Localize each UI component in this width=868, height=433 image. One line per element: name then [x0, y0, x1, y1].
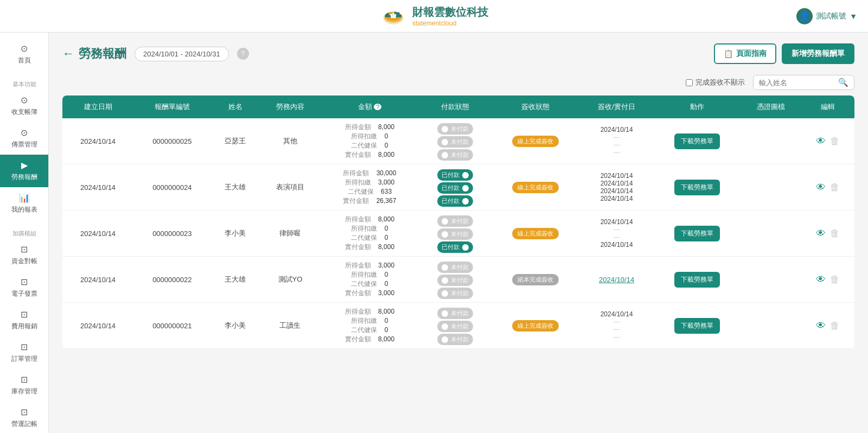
sign-badge: 線上完成簽收	[512, 136, 559, 147]
sidebar-label-home: 首頁	[18, 56, 31, 65]
sidebar-label-report: 我的報表	[11, 205, 37, 214]
logo-text: 財報雲數位科技 statementcloud	[412, 5, 488, 27]
page-title-text: 勞務報酬	[79, 46, 126, 62]
view-icon[interactable]: 👁	[816, 320, 826, 332]
sidebar-item-home[interactable]: ⊙ 首頁	[0, 38, 48, 71]
back-arrow-icon[interactable]: ←	[62, 47, 74, 61]
cell-sign-status: 線上完成簽收	[491, 118, 579, 164]
view-icon[interactable]: 👁	[816, 228, 826, 239]
toggle-unpaid[interactable]: 未付款	[437, 149, 473, 161]
cell-voucher	[741, 257, 801, 303]
view-icon[interactable]: 👁	[816, 274, 826, 285]
cell-voucher	[741, 303, 801, 349]
table-row: 2024/10/14 0000000024 王大雄 表演項目 所得金額 30,0…	[62, 164, 854, 211]
date-link[interactable]: 2024/10/14	[599, 276, 634, 284]
col-payment-status: 付款狀態	[419, 95, 491, 118]
cell-sign-status: 線上完成簽收	[491, 211, 579, 257]
download-button[interactable]: 下載勞務單	[674, 180, 720, 195]
cell-amount: 所得金額 30,000 所得扣繳 3,000 二代健保 633 實付金額 26,…	[320, 164, 419, 211]
toggle-unpaid[interactable]: 未付款	[437, 228, 473, 240]
report-icon: 📊	[19, 193, 30, 203]
sidebar-item-fund[interactable]: ⊡ 資金對帳	[0, 239, 48, 271]
user-icon: 👤	[796, 8, 813, 24]
sidebar-label-invoice: 傳票管理	[11, 140, 37, 149]
sidebar-item-operations[interactable]: ⊡ 營運記帳	[0, 402, 48, 433]
toggle-paid[interactable]: 已付款	[437, 241, 473, 253]
delete-icon[interactable]: 🗑	[830, 274, 840, 285]
sidebar-label-payroll: 勞務報酬	[11, 173, 37, 182]
logo-area: 財報雲數位科技 statementcloud	[380, 5, 488, 27]
sidebar-item-income[interactable]: ⊙ 收支帳簿	[0, 90, 48, 122]
sidebar-item-inventory[interactable]: ⊡ 庫存管理	[0, 369, 48, 402]
download-button[interactable]: 下載勞務單	[674, 272, 720, 288]
table-row: 2024/10/14 0000000025 亞瑟王 其他 所得金額 8,000 …	[62, 118, 854, 164]
cell-voucher	[741, 118, 801, 164]
col-voucher: 憑證圖檔	[741, 95, 801, 118]
user-area[interactable]: 👤 測試帳號 ▼	[796, 8, 857, 24]
guide-icon: 📋	[724, 49, 733, 58]
toggle-paid[interactable]: 已付款	[437, 182, 473, 194]
toggle-unpaid[interactable]: 未付款	[437, 321, 473, 332]
filter-checkbox-label[interactable]: 完成簽收不顯示	[686, 78, 745, 87]
sidebar-item-payroll[interactable]: ▶ 勞務報酬	[0, 155, 48, 187]
sidebar-item-report[interactable]: 📊 我的報表	[0, 187, 48, 220]
cell-action: 下載勞務單	[654, 118, 741, 164]
cell-service: 工讀生	[260, 303, 320, 349]
download-button[interactable]: 下載勞務單	[674, 133, 720, 149]
order-icon: ⊡	[21, 342, 28, 352]
toggle-unpaid[interactable]: 未付款	[437, 334, 473, 345]
cell-amount: 所得金額 8,000 所得扣繳 0 二代健保 0 實付金額 8,000	[320, 303, 419, 349]
filter-bar: 完成簽收不顯示 🔍	[62, 75, 854, 90]
cell-edit: 👁 🗑	[801, 211, 854, 257]
logo-sub: statementcloud	[412, 20, 456, 27]
toggle-unpaid[interactable]: 未付款	[437, 136, 473, 148]
cell-sign-status: 紙本完成簽收	[491, 257, 579, 303]
main-content: ← 勞務報酬 2024/10/01 - 2024/10/31 ? 📋 頁面指南 …	[49, 33, 868, 433]
download-button[interactable]: 下載勞務單	[674, 318, 720, 334]
sidebar: ⊙ 首頁 基本功能 ⊙ 收支帳簿 ⊙ 傳票管理 ▶ 勞務報酬 📊 我的報表 加購…	[0, 33, 49, 433]
delete-icon[interactable]: 🗑	[830, 182, 840, 193]
toggle-unpaid[interactable]: 未付款	[437, 215, 473, 227]
search-input[interactable]	[759, 79, 835, 87]
delete-icon[interactable]: 🗑	[830, 228, 840, 239]
toggle-unpaid[interactable]: 未付款	[437, 123, 473, 135]
sidebar-item-expense[interactable]: ⊡ 費用報銷	[0, 304, 48, 336]
date-range-badge[interactable]: 2024/10/01 - 2024/10/31	[135, 47, 229, 61]
cell-id: 0000000024	[133, 164, 210, 211]
sidebar-item-einvoice[interactable]: ⊡ 電子發票	[0, 271, 48, 304]
cell-action: 下載勞務單	[654, 211, 741, 257]
search-icon[interactable]: 🔍	[838, 78, 848, 87]
payroll-icon: ▶	[21, 160, 28, 170]
svg-rect-4	[392, 12, 394, 18]
cell-action: 下載勞務單	[654, 164, 741, 211]
toggle-unpaid[interactable]: 未付款	[437, 308, 473, 319]
toggle-paid[interactable]: 已付款	[437, 169, 473, 181]
cell-action: 下載勞務單	[654, 303, 741, 349]
section-basic: 基本功能	[0, 76, 48, 90]
cell-pay-date: 2024/10/14 — — —	[579, 303, 654, 349]
filter-checkbox[interactable]	[686, 79, 693, 86]
cell-payment: 已付款 已付款 已付款	[419, 164, 491, 211]
toggle-unpaid[interactable]: 未付款	[437, 288, 473, 299]
sidebar-item-order[interactable]: ⊡ 訂單管理	[0, 336, 48, 369]
help-icon[interactable]: ?	[237, 48, 249, 60]
table-row: 2024/10/14 0000000023 李小美 律師喔 所得金額 8,000…	[62, 211, 854, 257]
delete-icon[interactable]: 🗑	[830, 320, 840, 332]
toggle-unpaid[interactable]: 未付款	[437, 275, 473, 286]
main-layout: ⊙ 首頁 基本功能 ⊙ 收支帳簿 ⊙ 傳票管理 ▶ 勞務報酬 📊 我的報表 加購…	[0, 33, 868, 433]
download-button[interactable]: 下載勞務單	[674, 226, 720, 241]
guide-button[interactable]: 📋 頁面指南	[714, 43, 776, 64]
cell-service: 表演項目	[260, 164, 320, 211]
section-addon: 加購模組	[0, 225, 48, 239]
col-name: 姓名	[210, 95, 260, 118]
sidebar-item-invoice[interactable]: ⊙ 傳票管理	[0, 122, 48, 155]
delete-icon[interactable]: 🗑	[830, 136, 840, 147]
cell-id: 0000000022	[133, 257, 210, 303]
operations-icon: ⊡	[21, 407, 28, 417]
new-payroll-button[interactable]: 新增勞務報酬單	[782, 43, 854, 64]
view-icon[interactable]: 👁	[816, 136, 826, 147]
toggle-paid[interactable]: 已付款	[437, 195, 473, 207]
view-icon[interactable]: 👁	[816, 182, 826, 193]
page-title: ← 勞務報酬	[62, 46, 126, 62]
toggle-unpaid[interactable]: 未付款	[437, 262, 473, 273]
